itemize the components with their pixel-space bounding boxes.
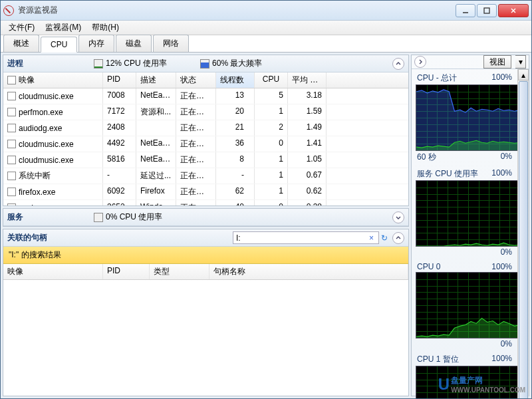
svg-rect-1 (484, 8, 489, 13)
close-button[interactable] (498, 4, 529, 17)
processes-grid[interactable]: cloudmusic.exe7008NetEas...正在运行1353.18pe… (3, 88, 408, 205)
clear-search-icon[interactable]: × (367, 233, 376, 243)
row-checkbox[interactable] (7, 140, 16, 148)
view-dropdown-button[interactable]: ▾ (515, 55, 526, 68)
tab-overview[interactable]: 概述 (3, 35, 39, 52)
max-freq-label: 60% 最大频率 (212, 58, 262, 69)
handles-columns: 映像 PID 类型 句柄名称 (3, 264, 408, 280)
handles-grid[interactable] (3, 280, 408, 396)
maximize-button[interactable] (477, 4, 497, 17)
scroll-thumb[interactable] (519, 81, 528, 398)
services-cpu-meter-icon (94, 213, 103, 222)
row-checkbox[interactable] (7, 124, 16, 132)
menu-file[interactable]: 文件(F) (3, 21, 40, 35)
col-image[interactable]: 映像 (3, 72, 103, 88)
menu-monitor[interactable]: 监视器(M) (40, 21, 86, 35)
handles-title: 关联的句柄 (7, 232, 140, 243)
handles-panel: 关联的句柄 × ↻ "I:" 的搜索结果 映像 PID 类型 句柄名称 (3, 229, 409, 396)
chart-block: CPU 0100%0% (416, 261, 513, 349)
table-row[interactable]: cloudmusic.exe7008NetEas...正在运行1353.18 (3, 88, 408, 104)
collapse-charts-button[interactable] (414, 56, 426, 68)
scroll-up-icon[interactable]: ▴ (518, 69, 529, 80)
chart-block: CPU - 总计100%60 秒0% (416, 72, 513, 164)
charts-container: CPU - 总计100%60 秒0%服务 CPU 使用率100%0%CPU 01… (412, 69, 517, 398)
col-avg[interactable]: 平均 C... (288, 72, 327, 88)
titlebar[interactable]: 资源监视器 (1, 1, 531, 21)
table-row[interactable]: audiodg.exe2408正在运行2121.49 (3, 120, 408, 136)
minimize-button[interactable] (456, 4, 475, 17)
services-panel: 服务 0% CPU 使用率 (3, 208, 409, 227)
hcol-image[interactable]: 映像 (3, 264, 103, 279)
table-row[interactable]: cloudmusic.exe4492NetEas...正在运行3601.41 (3, 136, 408, 152)
window-title: 资源监视器 (18, 5, 454, 16)
tabstrip: 概述 CPU 内存 磁盘 网络 (1, 35, 531, 53)
menubar: 文件(F) 监视器(M) 帮助(H) (1, 21, 531, 35)
hcol-pid[interactable]: PID (103, 264, 150, 279)
services-title: 服务 (7, 211, 74, 223)
table-row[interactable]: firefox.exe6092Firefox正在运行6210.62 (3, 184, 408, 200)
charts-scrollbar[interactable]: ▴ ▾ (517, 69, 529, 398)
table-row[interactable]: 系统中断-延迟过...正在运行-10.67 (3, 168, 408, 184)
col-pid[interactable]: PID (103, 72, 136, 88)
table-row[interactable]: cloudmusic.exe5816NetEas...正在运行811.05 (3, 152, 408, 168)
processes-title: 进程 (7, 58, 74, 69)
processes-columns: 映像 PID 描述 状态 线程数 CPU 平均 C... (3, 72, 408, 88)
app-icon (3, 5, 14, 16)
hcol-type[interactable]: 类型 (150, 264, 209, 279)
cpu-usage-meter-icon (94, 59, 103, 68)
tab-network[interactable]: 网络 (153, 35, 189, 52)
search-result-banner: "I:" 的搜索结果 (3, 247, 408, 264)
collapse-processes-button[interactable] (392, 58, 404, 70)
handles-search-input[interactable] (236, 233, 367, 243)
services-header[interactable]: 服务 0% CPU 使用率 (3, 209, 408, 226)
table-row[interactable]: perfmon.exe7172资源和...正在运行2011.59 (3, 104, 408, 120)
row-checkbox[interactable] (7, 188, 16, 196)
chart-block: CPU 1 暂位100% (416, 353, 513, 398)
refresh-search-icon[interactable]: ↻ (379, 233, 390, 243)
services-cpu-label: 0% CPU 使用率 (106, 211, 162, 223)
col-status[interactable]: 状态 (176, 72, 216, 88)
tab-disk[interactable]: 磁盘 (116, 35, 152, 52)
chart-block: 服务 CPU 使用率100%0% (416, 168, 513, 257)
processes-header[interactable]: 进程 12% CPU 使用率 60% 最大频率 (3, 55, 408, 72)
select-all-checkbox[interactable] (7, 76, 16, 84)
resource-monitor-window: 资源监视器 文件(F) 监视器(M) 帮助(H) 概述 CPU 内存 磁盘 网络… (0, 0, 532, 399)
handles-header: 关联的句柄 × ↻ (3, 229, 408, 247)
max-freq-meter-icon (200, 59, 209, 68)
row-checkbox[interactable] (7, 203, 16, 205)
row-checkbox[interactable] (7, 156, 16, 164)
table-row[interactable]: explorer.exe3652Windo...正在运行4000.38 (3, 200, 408, 205)
processes-panel: 进程 12% CPU 使用率 60% 最大频率 映像 PID 描述 状态 线程数… (3, 55, 409, 206)
col-desc[interactable]: 描述 (136, 72, 176, 88)
expand-services-button[interactable] (392, 211, 404, 223)
view-button[interactable]: 视图 (483, 55, 511, 68)
menu-help[interactable]: 帮助(H) (86, 21, 124, 35)
row-checkbox[interactable] (7, 108, 16, 116)
charts-sidebar: 视图 ▾ CPU - 总计100%60 秒0%服务 CPU 使用率100%0%C… (411, 55, 529, 396)
hcol-name[interactable]: 句柄名称 (209, 264, 408, 279)
col-threads[interactable]: 线程数 (216, 72, 255, 88)
col-cpu[interactable]: CPU (255, 72, 288, 88)
row-checkbox[interactable] (7, 172, 16, 180)
tab-cpu[interactable]: CPU (41, 37, 77, 53)
handles-search-box[interactable]: × (233, 231, 379, 244)
tab-memory[interactable]: 内存 (78, 35, 114, 52)
collapse-handles-button[interactable] (392, 232, 404, 244)
row-checkbox[interactable] (7, 92, 16, 100)
cpu-usage-label: 12% CPU 使用率 (106, 58, 167, 69)
